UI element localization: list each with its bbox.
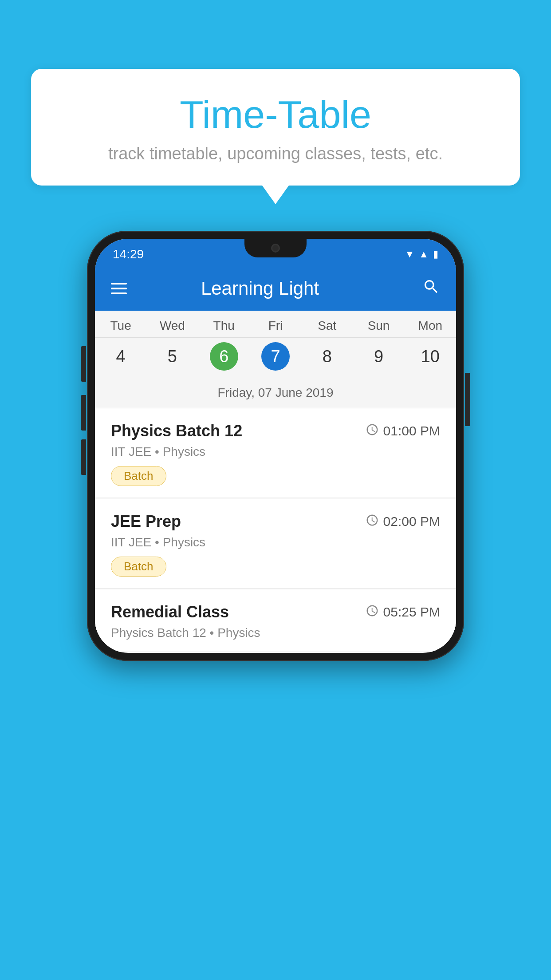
phone-screen: 14:29 ▼ ▲ ▮ Learning Light xyxy=(95,239,456,653)
calendar-days-header: Tue Wed Thu Fri Sat Sun Mon xyxy=(95,311,456,338)
cal-day-4[interactable]: 4 xyxy=(95,338,146,375)
cal-header-fri: Fri xyxy=(250,311,301,337)
schedule-time-3: 05:25 PM xyxy=(366,604,440,620)
clock-icon-2 xyxy=(366,514,379,530)
schedule-time-1: 01:00 PM xyxy=(366,423,440,439)
cal-day-6-today[interactable]: 6 xyxy=(198,338,250,375)
schedule-title-1: Physics Batch 12 xyxy=(111,422,242,440)
search-button[interactable] xyxy=(422,278,440,300)
calendar-section: Tue Wed Thu Fri Sat Sun Mon 4 5 xyxy=(95,311,456,408)
cal-header-mon: Mon xyxy=(405,311,456,337)
schedule-list: Physics Batch 12 01:00 PM IIT JEE • Phys… xyxy=(95,408,456,652)
schedule-time-2: 02:00 PM xyxy=(366,514,440,530)
schedule-title-2: JEE Prep xyxy=(111,512,181,531)
schedule-item-header-3: Remedial Class 05:25 PM xyxy=(111,603,440,621)
signal-icon: ▲ xyxy=(419,249,429,260)
cal-day-5[interactable]: 5 xyxy=(146,338,198,375)
batch-badge-2: Batch xyxy=(111,557,166,577)
schedule-sub-2: IIT JEE • Physics xyxy=(111,535,440,549)
clock-icon-3 xyxy=(366,604,379,620)
phone-notch xyxy=(244,239,307,257)
cal-day-8[interactable]: 8 xyxy=(301,338,353,375)
cal-header-sat: Sat xyxy=(301,311,353,337)
clock-icon-1 xyxy=(366,423,379,439)
schedule-title-3: Remedial Class xyxy=(111,603,229,621)
app-title: Learning Light xyxy=(140,278,409,299)
batch-badge-1: Batch xyxy=(111,466,166,486)
tooltip-title: Time-Table xyxy=(58,93,493,136)
schedule-item-1[interactable]: Physics Batch 12 01:00 PM IIT JEE • Phys… xyxy=(95,408,456,498)
schedule-item-header-2: JEE Prep 02:00 PM xyxy=(111,512,440,531)
battery-icon: ▮ xyxy=(433,249,438,260)
app-bar: Learning Light xyxy=(95,266,456,311)
cal-day-10[interactable]: 10 xyxy=(405,338,456,375)
cal-day-7-selected[interactable]: 7 xyxy=(250,338,301,375)
schedule-sub-3: Physics Batch 12 • Physics xyxy=(111,626,440,640)
schedule-time-text-3: 05:25 PM xyxy=(383,605,440,620)
wifi-icon: ▼ xyxy=(405,249,414,260)
front-camera xyxy=(271,244,280,253)
schedule-item-header-1: Physics Batch 12 01:00 PM xyxy=(111,422,440,440)
phone-outer: 14:29 ▼ ▲ ▮ Learning Light xyxy=(87,231,464,661)
schedule-item-3[interactable]: Remedial Class 05:25 PM Physics Batch 12… xyxy=(95,589,456,652)
status-icons: ▼ ▲ ▮ xyxy=(405,249,438,260)
schedule-time-text-2: 02:00 PM xyxy=(383,514,440,529)
status-time: 14:29 xyxy=(113,247,144,261)
cal-header-wed: Wed xyxy=(146,311,198,337)
schedule-time-text-1: 01:00 PM xyxy=(383,423,440,439)
selected-date-label: Friday, 07 June 2019 xyxy=(95,379,456,408)
cal-header-sun: Sun xyxy=(353,311,404,337)
schedule-item-2[interactable]: JEE Prep 02:00 PM IIT JEE • Physics Batc… xyxy=(95,499,456,589)
cal-day-9[interactable]: 9 xyxy=(353,338,404,375)
tooltip-card: Time-Table track timetable, upcoming cla… xyxy=(31,69,520,186)
hamburger-menu-button[interactable] xyxy=(111,283,127,294)
phone-container: 14:29 ▼ ▲ ▮ Learning Light xyxy=(87,231,464,661)
calendar-dates-row: 4 5 6 7 8 9 xyxy=(95,338,456,379)
cal-header-tue: Tue xyxy=(95,311,146,337)
tooltip-subtitle: track timetable, upcoming classes, tests… xyxy=(58,144,493,163)
schedule-sub-1: IIT JEE • Physics xyxy=(111,445,440,459)
cal-header-thu: Thu xyxy=(198,311,250,337)
